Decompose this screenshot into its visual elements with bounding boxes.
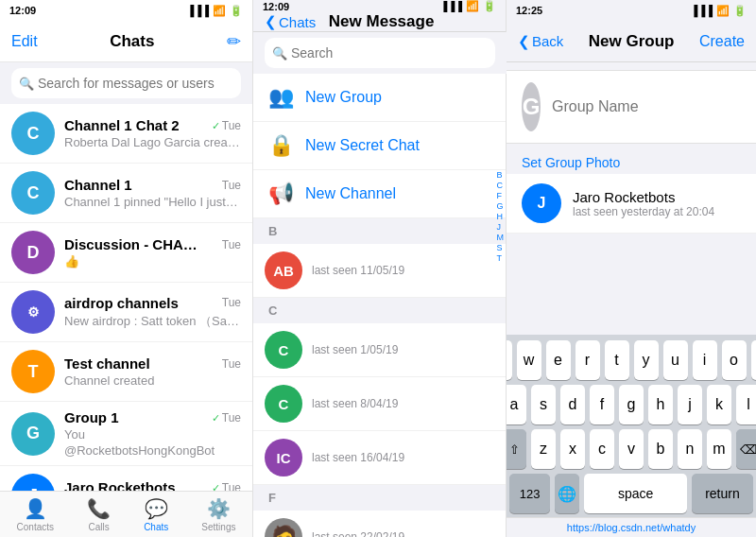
alpha-h[interactable]: H [497,212,505,221]
search-input[interactable] [11,68,241,98]
table-row[interactable]: ⚙ airdrop channels Tue New airdrop : Sat… [0,283,252,342]
new-message-nav-bar: ❮ Chats New Message [253,12,506,32]
new-channel-item[interactable]: 📢 New Channel [253,170,506,218]
space-key[interactable]: space [584,474,687,513]
key-y[interactable]: y [634,340,659,380]
key-u[interactable]: u [663,340,688,380]
key-i[interactable]: i [693,340,717,380]
list-item[interactable]: C last seen 8/04/19 [253,377,506,431]
battery-icon: 🔋 [230,5,243,17]
key-b[interactable]: b [648,429,673,469]
table-row[interactable]: C Channel 1 Tue Channel 1 pinned "Hello … [0,164,252,223]
key-c[interactable]: c [590,429,614,469]
chevron-left-icon-2: ❮ [518,33,530,50]
chat-preview: 👍 [64,254,241,268]
return-key[interactable]: return [692,474,753,513]
table-row[interactable]: J Jaro Rocketbots ✓Tue https://t.me/join… [0,466,252,491]
key-v[interactable]: v [619,429,644,469]
table-row[interactable]: D Discussion - CHANNEL 1 Tue 👍 [0,223,252,283]
key-n[interactable]: n [678,429,702,469]
avatar: D [11,231,55,274]
new-group-nav-bar: ❮ Back New Group Create [507,21,756,62]
alpha-f[interactable]: F [497,191,505,200]
status-bar-1: 12:09 ▐▐▐ 📶 🔋 [0,0,252,21]
avatar: T [11,350,55,393]
alpha-t[interactable]: T [497,253,505,263]
key-s[interactable]: s [531,385,556,424]
key-h[interactable]: h [648,385,673,424]
tab-calls[interactable]: 📞 Calls [87,497,111,532]
group-icon: 👥 [268,85,294,110]
key-t[interactable]: t [605,340,629,380]
alpha-s[interactable]: S [497,243,505,252]
key-p[interactable]: p [751,340,757,380]
status-icons-1: ▐▐▐ 📶 🔋 [187,5,243,17]
key-k[interactable]: k [707,385,731,424]
alpha-m[interactable]: M [497,233,505,242]
chat-time: Tue [222,179,241,192]
chat-name: Discussion - CHANNEL 1 [64,236,206,252]
list-item[interactable]: C last seen 1/05/19 [253,323,506,377]
alpha-g[interactable]: G [497,201,505,211]
new-group-back-button[interactable]: ❮ Back [518,33,563,50]
key-o[interactable]: o [722,340,747,380]
tab-contacts[interactable]: 👤 Contacts [17,497,54,532]
alpha-j[interactable]: J [497,222,505,232]
url-bar: https://blog.csdn.net/whatdy [507,517,756,537]
numbers-key[interactable]: 123 [509,474,550,513]
chats-panel: 12:09 ▐▐▐ 📶 🔋 Edit Chats ✏ 🔍 C Channel 1… [0,0,253,537]
list-item[interactable]: AB last seen 11/05/19 [253,244,506,298]
table-row[interactable]: T Test channel Tue Channel created [0,342,252,402]
alpha-c[interactable]: C [497,181,505,190]
edit-button[interactable]: Edit [11,33,38,50]
back-label: Chats [279,14,316,30]
keyboard-bottom-row: 123 🌐 space return [509,474,753,513]
key-l[interactable]: l [736,385,756,424]
key-r[interactable]: r [576,340,600,380]
chat-time: ✓Tue [212,411,241,424]
alpha-b[interactable]: B [497,170,505,180]
globe-key[interactable]: 🌐 [555,474,579,513]
message-search-section: 🔍 [253,32,507,74]
check-icon: ✓ [212,120,220,131]
new-message-panel: 12:09 ▐▐▐ 📶 🔋 ❮ Chats New Message 🔍 👥 Ne… [253,0,507,537]
chevron-left-icon: ❮ [265,13,277,30]
backspace-key[interactable]: ⌫ [736,429,756,469]
contact-avatar: AB [265,251,302,289]
status-icons-3: ▐▐▐ 📶 🔋 [691,5,747,17]
message-search-icon: 🔍 [272,46,287,61]
create-button[interactable]: Create [699,33,745,50]
tab-settings[interactable]: ⚙️ Settings [201,497,235,532]
contact-avatar: C [265,385,302,423]
new-group-item[interactable]: 👥 New Group [253,74,506,122]
table-row[interactable]: C Channel 1 Chat 2 ✓Tue Roberta Dal Lago… [0,104,252,164]
key-j[interactable]: j [678,385,702,424]
table-row[interactable]: G Group 1 ✓Tue You @RocketbotsHongKongBo… [0,402,252,466]
tab-chats[interactable]: 💬 Chats [144,497,168,532]
key-z[interactable]: z [531,429,556,469]
key-f[interactable]: f [590,385,614,424]
settings-icon: ⚙️ [207,497,231,520]
contact-list-f: 🧑 last seen 22/02/19 [253,511,506,537]
chats-search-bar: 🔍 [0,62,252,104]
key-d[interactable]: d [560,385,585,424]
message-search-input[interactable] [265,38,495,68]
key-w[interactable]: w [517,340,541,380]
members-section: J Jaro Rocketbots last seen yesterday at… [507,174,756,234]
contact-status: last seen 22/02/19 [312,530,494,537]
new-group-title: New Group [589,32,675,51]
new-secret-chat-item[interactable]: 🔒 New Secret Chat [253,122,506,170]
compose-icon[interactable]: ✏ [227,31,241,52]
key-m[interactable]: m [707,429,731,469]
list-item[interactable]: IC last seen 16/04/19 [253,431,506,485]
key-g[interactable]: g [619,385,644,424]
keyboard: q w e r t y u i o p a s d f g h j k l ⇧ … [507,335,756,517]
back-button[interactable]: ❮ Chats [265,13,316,30]
new-group-label: New Group [305,89,382,106]
key-e[interactable]: e [546,340,571,380]
member-item[interactable]: J Jaro Rocketbots last seen yesterday at… [507,174,756,234]
set-group-photo-button[interactable]: Set Group Photo [507,151,756,174]
list-item[interactable]: 🧑 last seen 22/02/19 [253,511,506,537]
key-x[interactable]: x [560,429,585,469]
group-name-input[interactable] [552,98,741,115]
